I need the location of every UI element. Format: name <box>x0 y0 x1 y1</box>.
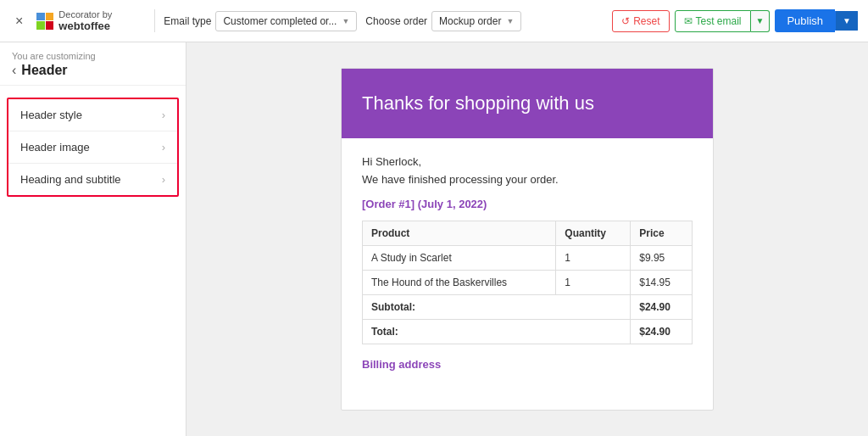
choose-order-label: Choose order <box>365 15 427 27</box>
sidebar-item-header-image-label: Header image <box>20 141 90 154</box>
choose-order-field: Choose order Mockup order ▼ <box>365 11 521 31</box>
publish-button-group: Publish ▼ <box>775 9 858 32</box>
cell-price: $14.95 <box>631 271 693 295</box>
table-row: A Study in Scarlet 1 $9.95 <box>363 246 693 271</box>
col-price: Price <box>631 221 693 246</box>
publish-button[interactable]: Publish <box>775 9 835 32</box>
order-table: Product Quantity Price A Study in Scarle… <box>362 221 693 344</box>
test-email-label: Test email <box>696 15 742 27</box>
sidebar-menu: Header style › Header image › Heading an… <box>0 86 186 209</box>
email-preview: Thanks for shopping with us Hi Sherlock,… <box>341 68 714 411</box>
chevron-right-icon: › <box>162 109 165 121</box>
sidebar-item-heading-subtitle[interactable]: Heading and subtitle › <box>8 164 177 195</box>
table-row: The Hound of the Baskervilles 1 $14.95 <box>363 271 693 295</box>
cell-product: A Study in Scarlet <box>363 246 556 271</box>
email-header-text: Thanks for shopping with us <box>362 92 594 114</box>
sidebar-title-row: ‹ Header <box>12 63 174 78</box>
topbar-controls: Email type Customer completed or... ▼ Ch… <box>164 11 604 31</box>
sidebar-menu-group: Header style › Header image › Heading an… <box>7 98 179 197</box>
choose-order-select[interactable]: Mockup order ▼ <box>431 11 521 31</box>
email-greeting: Hi Sherlock, <box>362 155 693 168</box>
content-area: Thanks for shopping with us Hi Sherlock,… <box>186 42 868 436</box>
sidebar-back-button[interactable]: ‹ <box>12 63 16 78</box>
billing-heading: Billing address <box>362 358 693 371</box>
chevron-right-icon: › <box>162 141 165 154</box>
email-message: We have finished processing your order. <box>362 173 693 186</box>
chevron-right-icon: › <box>162 173 165 186</box>
brand: Decorator by webtoffee <box>36 9 155 32</box>
email-type-value: Customer completed or... <box>223 15 337 27</box>
test-email-dropdown-button[interactable]: ▼ <box>751 10 771 32</box>
test-email-button-group: ✉ Test email ▼ <box>675 10 771 32</box>
sidebar: You are customizing ‹ Header Header styl… <box>0 42 186 436</box>
sidebar-item-header-style-label: Header style <box>20 109 82 121</box>
test-email-button[interactable]: ✉ Test email <box>675 10 751 32</box>
total-label: Total: <box>363 320 631 344</box>
email-body: Hi Sherlock, We have finished processing… <box>342 138 713 388</box>
sidebar-item-header-image[interactable]: Header image › <box>8 131 177 164</box>
sidebar-item-heading-subtitle-label: Heading and subtitle <box>20 173 121 186</box>
reset-button[interactable]: ↺ Reset <box>612 10 669 32</box>
test-email-icon: ✉ <box>684 15 693 27</box>
total-value: $24.90 <box>631 320 693 344</box>
sidebar-header: You are customizing ‹ Header <box>0 42 186 86</box>
email-order-link: [Order #1] (July 1, 2022) <box>362 198 693 210</box>
cell-quantity: 1 <box>556 271 631 295</box>
subtotal-row: Subtotal: $24.90 <box>363 295 693 320</box>
cell-product: The Hound of the Baskervilles <box>363 271 556 295</box>
choose-order-dropdown-icon: ▼ <box>506 17 514 25</box>
col-quantity: Quantity <box>556 221 631 246</box>
topbar-actions: ↺ Reset ✉ Test email ▼ Publish ▼ <box>612 9 858 32</box>
total-row: Total: $24.90 <box>363 320 693 344</box>
close-button[interactable]: × <box>10 10 28 32</box>
cell-quantity: 1 <box>556 246 631 271</box>
brand-tagline: Decorator by <box>58 9 112 20</box>
subtotal-label: Subtotal: <box>363 295 631 320</box>
topbar: × Decorator by webtoffee Email type Cust… <box>0 0 868 42</box>
email-type-label: Email type <box>164 15 211 27</box>
sidebar-section-title: Header <box>21 63 67 78</box>
brand-name: webtoffee <box>58 20 112 32</box>
table-header-row: Product Quantity Price <box>363 221 693 246</box>
subtotal-value: $24.90 <box>631 295 693 320</box>
cell-price: $9.95 <box>631 246 693 271</box>
main-layout: You are customizing ‹ Header Header styl… <box>0 42 868 436</box>
sidebar-item-header-style[interactable]: Header style › <box>8 99 177 131</box>
reset-label: Reset <box>633 15 659 27</box>
brand-logo-icon <box>36 13 53 30</box>
email-type-field: Email type Customer completed or... ▼ <box>164 11 357 31</box>
email-header: Thanks for shopping with us <box>342 69 713 138</box>
reset-icon: ↺ <box>621 15 630 27</box>
email-type-select[interactable]: Customer completed or... ▼ <box>215 11 357 31</box>
sidebar-breadcrumb: You are customizing <box>12 51 174 61</box>
choose-order-value: Mockup order <box>439 15 501 27</box>
col-product: Product <box>363 221 556 246</box>
brand-text: Decorator by webtoffee <box>58 9 112 32</box>
publish-dropdown-button[interactable]: ▼ <box>835 11 858 31</box>
email-type-dropdown-icon: ▼ <box>342 17 349 25</box>
